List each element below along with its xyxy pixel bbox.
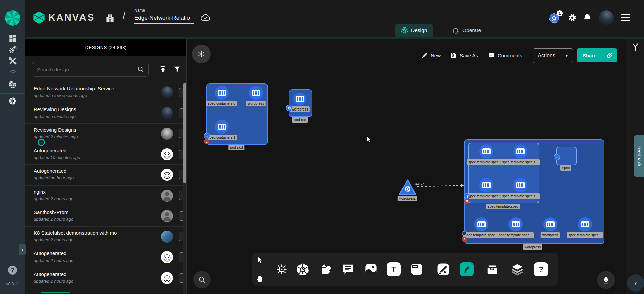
copy-link-icon[interactable] [602,52,617,59]
select-tool-button[interactable] [252,252,268,268]
user-avatar[interactable] [599,10,614,25]
image-tool-button[interactable] [363,262,379,277]
node-service-wordpress[interactable] [398,179,417,196]
design-list-item[interactable]: Autogenerated updated an hour ago ☺ PUBL… [25,164,183,185]
list-scrollbar-thumb[interactable] [183,83,186,183]
container-node[interactable] [215,86,229,100]
container-node[interactable] [513,178,527,192]
container-node[interactable] [578,217,592,231]
visibility-button[interactable]: PUBLIC▾ [179,108,183,118]
design-list-item[interactable]: nginx updated 2 hours ago PUBLIC [25,185,183,206]
container-node[interactable] [543,217,557,231]
design-list-item[interactable]: Reviewing Designs updated 2 minutes ago … [25,123,183,144]
organization-icon[interactable] [105,13,115,23]
design-list-item[interactable]: Santhosh-Prom updated 2 hours ago PUBLIC [25,206,183,226]
design-list-item[interactable]: Reviewing Designs updated a minute ago P… [25,103,183,124]
shapes-tool-button[interactable] [318,262,334,277]
design-list-item[interactable]: K8 Statefulset demonstration with mo upd… [25,226,183,247]
feedback-tab[interactable]: Feedback [634,135,644,177]
help-tool-button[interactable]: ? [533,262,549,277]
container-node[interactable] [513,144,527,158]
container-node[interactable] [215,120,229,134]
sidebar-expand-button[interactable]: › [19,244,26,255]
hexagon-badge-icon[interactable] [462,231,467,236]
visibility-button[interactable]: PUBLIC [179,150,183,159]
save-as-floppy-icon[interactable] [450,52,457,59]
import-design-icon[interactable] [159,65,167,73]
share-label: Share [577,53,602,58]
pen-mode-button[interactable] [597,271,615,289]
sidebar-item-configuration[interactable] [7,55,18,67]
chevron-down-icon[interactable]: ▾ [560,53,573,58]
kubernetes-tool-button[interactable] [295,262,310,277]
container-node[interactable] [249,86,263,100]
container-node[interactable] [293,93,306,105]
design-list-item[interactable]: Autogenerated updated 2 hours ago ☺ PUBL… [25,268,183,288]
app-sidebar: › ? v0.8.11 [0,0,25,294]
kubernetes-badge-icon[interactable] [554,154,560,160]
kubernetes-badge-icon[interactable] [286,105,292,111]
filter-funnel-icon[interactable] [173,65,181,73]
design-search-input[interactable] [32,67,137,72]
actions-button[interactable]: Actions ▾ [533,48,573,63]
visibility-button[interactable]: PUBLIC▾ [179,88,183,97]
versions-y-icon[interactable] [631,43,640,52]
visibility-button[interactable]: PUBLIC [179,129,183,138]
zoom-search-button[interactable] [193,271,211,288]
visibility-button[interactable]: PUBLIC [179,232,183,241]
section-tool-button[interactable] [409,262,424,277]
components-tool-button[interactable] [274,262,289,277]
design-list-item[interactable]: Autogenerated updated 2 hours ago ☺ PUBL… [25,247,183,268]
avatar [161,86,173,98]
container-node[interactable] [479,178,493,192]
edge-pen-tool-button[interactable] [436,262,451,277]
notifications-bell-icon[interactable] [583,13,592,22]
context-count-badge: 1 [557,10,563,16]
sidebar-item-meshery[interactable] [7,79,18,90]
design-list-item[interactable]: Autogenerated updated 10 minutes ago ☺ P… [25,144,183,165]
meshery-logo-icon[interactable] [4,10,21,26]
freehand-draw-tool-button[interactable] [459,262,474,277]
error-count-badge[interactable]: 2 [204,139,209,144]
sidebar-item-performance[interactable] [7,66,18,77]
container-node[interactable] [474,217,488,231]
visibility-button[interactable]: PUBLIC [179,211,183,221]
kubernetes-wheel-icon [296,263,309,276]
visibility-button[interactable]: PUBLIC [179,273,183,283]
comment-tool-button[interactable] [340,262,356,277]
new-design-pencil-icon[interactable] [421,52,428,59]
container-label: spec.containers.1 [206,135,237,140]
pan-tool-button[interactable] [252,271,268,287]
share-button[interactable]: Share [577,48,617,62]
tab-operate[interactable]: Operate [446,24,487,37]
help-button[interactable]: ? [8,266,17,275]
design-name-input[interactable] [134,14,194,24]
layers-tool-button[interactable] [509,262,525,277]
settings-gear-icon[interactable] [568,13,577,22]
save-as-button[interactable]: Save As [460,53,478,58]
design-title: nginx [34,189,46,195]
error-count-badge[interactable]: 5 [464,199,470,204]
visibility-button[interactable]: PUBLIC [179,191,183,200]
pen-nib-icon [602,276,610,284]
design-list-item[interactable]: Edge-Network-Relationship: Service updat… [25,82,183,103]
visibility-button[interactable]: PUBLIC [179,170,183,179]
error-count-badge[interactable]: 3 [462,237,467,242]
hamburger-menu-icon[interactable] [621,14,630,21]
sidebar-item-kanvas[interactable] [7,95,18,107]
visibility-label: PUBLIC [183,276,183,280]
container-node[interactable] [479,144,493,158]
rail-collapse-button[interactable]: ‹ [627,274,644,292]
canvas-quick-button[interactable] [192,45,211,63]
new-button[interactable]: New [431,53,441,58]
kubernetes-badge-icon[interactable] [204,133,210,139]
sidebar-item-dashboard[interactable] [7,33,18,44]
text-tool-button[interactable]: T [386,262,401,277]
tab-design[interactable]: Design [395,24,433,37]
visibility-button[interactable]: PUBLIC [179,252,183,262]
container-node[interactable] [508,217,523,231]
drawer-tool-button[interactable] [485,262,500,277]
sidebar-item-lifecycle[interactable] [7,44,18,55]
comments-button[interactable]: Comments [498,53,522,58]
comments-icon[interactable] [488,52,495,59]
